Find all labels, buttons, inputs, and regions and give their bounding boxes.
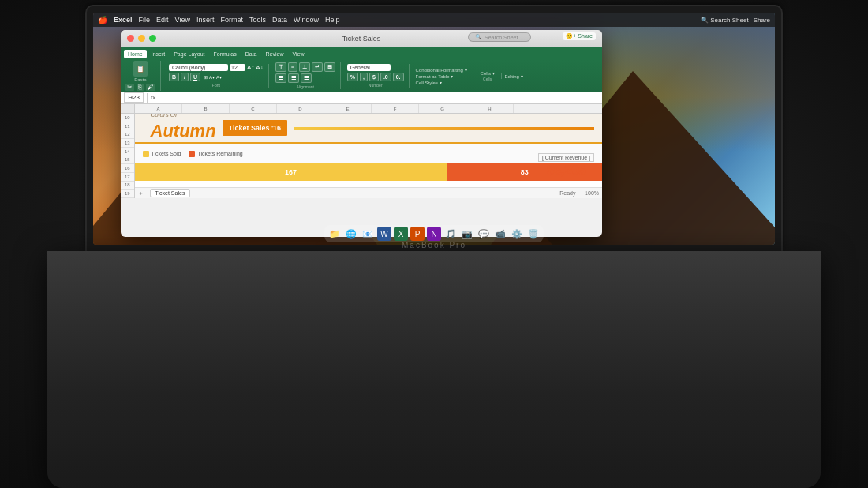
dock-icon-mail[interactable]: 📧 bbox=[361, 227, 375, 241]
excel-title-bar: Ticket Sales 🔍 Search Sheet 🙂+ Share bbox=[121, 30, 602, 47]
menu-item-format[interactable]: Format bbox=[220, 16, 243, 24]
menu-item-insert[interactable]: Insert bbox=[196, 16, 215, 24]
dock-icon-music[interactable]: 🎵 bbox=[443, 227, 458, 241]
minimize-button[interactable] bbox=[138, 35, 145, 42]
currency-button[interactable]: $ bbox=[369, 73, 379, 81]
styles-section: Conditional Formatting ▾ Format as Table… bbox=[416, 67, 470, 85]
conditional-formatting-button[interactable]: Conditional Formatting ▾ bbox=[416, 67, 467, 73]
font-increase-button[interactable]: A↑ bbox=[247, 64, 254, 71]
maximize-button[interactable] bbox=[149, 35, 156, 42]
font-color-button[interactable]: A▾ bbox=[216, 74, 222, 80]
dock-icon-trash[interactable]: 🗑️ bbox=[526, 227, 541, 241]
font-decrease-button[interactable]: A↓ bbox=[256, 64, 263, 71]
menu-item-tools[interactable]: Tools bbox=[249, 16, 266, 24]
dock-icon-facetime[interactable]: 📹 bbox=[493, 227, 507, 241]
menu-search[interactable]: 🔍 Search Sheet bbox=[701, 17, 749, 24]
screen-inner: 🍎 Excel File Edit View Insert Format Too… bbox=[93, 13, 775, 245]
dock-icon-onenote[interactable]: N bbox=[427, 227, 441, 241]
tab-page-layout[interactable]: Page Layout bbox=[170, 50, 208, 58]
cell-styles-button[interactable]: Cell Styles ▾ bbox=[416, 80, 467, 85]
decimal-decrease-button[interactable]: 0. bbox=[393, 73, 404, 81]
tab-insert[interactable]: Insert bbox=[148, 50, 170, 58]
tab-view[interactable]: View bbox=[288, 50, 308, 58]
menu-item-excel[interactable]: Excel bbox=[114, 16, 133, 24]
number-section: General % , $ .0 0. Number bbox=[347, 64, 410, 88]
excel-search-box[interactable]: 🔍 Search Sheet bbox=[468, 32, 531, 42]
menu-item-help[interactable]: Help bbox=[325, 16, 340, 24]
dock-icon-photos[interactable]: 📷 bbox=[460, 227, 474, 241]
row-header-5: 14 bbox=[121, 148, 134, 156]
macbook-container: 🍎 Excel File Edit View Insert Format Too… bbox=[0, 0, 868, 488]
col-header-d: D bbox=[277, 104, 324, 113]
underline-button[interactable]: U bbox=[190, 73, 200, 81]
format-painter-button[interactable]: 🖌 bbox=[146, 84, 155, 91]
tab-review[interactable]: Review bbox=[262, 50, 288, 58]
column-headers: A B C D E F G H bbox=[121, 104, 602, 114]
apple-menu-icon[interactable]: 🍎 bbox=[98, 16, 107, 24]
dock-icon-messages[interactable]: 💬 bbox=[477, 227, 491, 241]
bold-button[interactable]: B bbox=[169, 73, 179, 81]
font-size-select[interactable]: 12 bbox=[230, 64, 245, 71]
number-section-label: Number bbox=[347, 83, 404, 88]
menu-bar-right: 🔍 Search Sheet Share bbox=[701, 17, 770, 24]
number-format-select[interactable]: General bbox=[347, 64, 391, 71]
menu-item-window[interactable]: Window bbox=[294, 16, 319, 24]
col-header-c: C bbox=[230, 104, 277, 113]
row-header-6: 15 bbox=[121, 156, 134, 165]
insert-cells-button[interactable]: Cells ▾ bbox=[481, 70, 495, 76]
italic-button[interactable]: I bbox=[181, 73, 189, 81]
decimal-increase-button[interactable]: .0 bbox=[380, 73, 391, 81]
paste-icon[interactable]: 📋 bbox=[133, 61, 148, 77]
row-header-7: 16 bbox=[121, 164, 134, 173]
legend-sold: Tickets Sold bbox=[143, 151, 181, 157]
align-right-button[interactable]: ☰ bbox=[301, 73, 312, 83]
cut-button[interactable]: ✂ bbox=[125, 84, 134, 91]
align-bottom-button[interactable]: ⊥ bbox=[299, 62, 310, 72]
align-top-button[interactable]: ⊤ bbox=[275, 62, 286, 72]
copy-button[interactable]: ⎘ bbox=[137, 84, 144, 91]
percent-button[interactable]: % bbox=[347, 73, 358, 81]
cell-reference[interactable]: H23 bbox=[124, 92, 144, 103]
align-middle-button[interactable]: ≡ bbox=[288, 62, 297, 72]
dock-icon-finder[interactable]: 📁 bbox=[327, 227, 342, 241]
close-button[interactable] bbox=[127, 35, 134, 42]
excel-ribbon-tabs: Home Insert Page Layout Formulas Data Re… bbox=[121, 47, 602, 60]
col-header-b: B bbox=[182, 104, 230, 113]
fill-color-button[interactable]: A▾ bbox=[209, 74, 215, 80]
menu-item-file[interactable]: File bbox=[139, 16, 151, 24]
menu-item-edit[interactable]: Edit bbox=[156, 16, 169, 24]
row-header-1: 10 bbox=[121, 114, 134, 122]
editing-button[interactable]: Editing ▾ bbox=[505, 73, 523, 79]
font-section-label: Font bbox=[169, 83, 264, 88]
tab-formulas[interactable]: Formulas bbox=[210, 50, 241, 58]
ticket-sales-sheet: Colors Of Autumn Ticket Sales '16 bbox=[135, 114, 602, 198]
revenue-amount: $6,205 bbox=[538, 163, 594, 178]
clipboard-section: 📋 Paste ✂ ⎘ 🖌 bbox=[125, 61, 161, 91]
menu-item-view[interactable]: View bbox=[175, 16, 190, 24]
share-button[interactable]: 🙂+ Share bbox=[563, 32, 596, 40]
dock-icon-settings[interactable]: ⚙️ bbox=[510, 227, 524, 241]
add-sheet-button[interactable]: ＋ bbox=[138, 190, 144, 197]
sheet-tab-ticket-sales[interactable]: Ticket Sales bbox=[150, 189, 191, 197]
ticket-sales-title: Ticket Sales '16 bbox=[223, 120, 288, 136]
align-center-button[interactable]: ☰ bbox=[288, 73, 299, 83]
menu-item-data[interactable]: Data bbox=[272, 16, 287, 24]
alignment-section: ⊤ ≡ ⊥ ↵ ⊞ ☰ ☰ ☰ Alignment bbox=[275, 62, 341, 89]
align-left-button[interactable]: ☰ bbox=[275, 73, 286, 83]
search-icon: 🔍 bbox=[475, 34, 482, 40]
dock-icon-safari[interactable]: 🌐 bbox=[344, 227, 358, 241]
wrap-text-button[interactable]: ↵ bbox=[312, 62, 323, 72]
border-button[interactable]: ⊞ bbox=[204, 74, 208, 80]
dock: 📁 🌐 📧 W X P N 🎵 📷 💬 📹 ⚙️ 🗑️ bbox=[324, 225, 544, 242]
tab-home[interactable]: Home bbox=[124, 50, 147, 58]
cells-section-label: Cells bbox=[481, 77, 495, 81]
comma-button[interactable]: , bbox=[360, 73, 368, 81]
merge-button[interactable]: ⊞ bbox=[324, 62, 335, 72]
font-family-select[interactable]: Calibri (Body) bbox=[169, 64, 228, 71]
format-as-table-button[interactable]: Format as Table ▾ bbox=[416, 73, 467, 79]
dock-icon-ppt[interactable]: P bbox=[410, 227, 425, 241]
tab-data[interactable]: Data bbox=[241, 50, 261, 58]
dock-icon-word[interactable]: W bbox=[377, 227, 391, 241]
menu-share[interactable]: Share bbox=[754, 17, 770, 24]
dock-icon-excel[interactable]: X bbox=[394, 227, 408, 241]
